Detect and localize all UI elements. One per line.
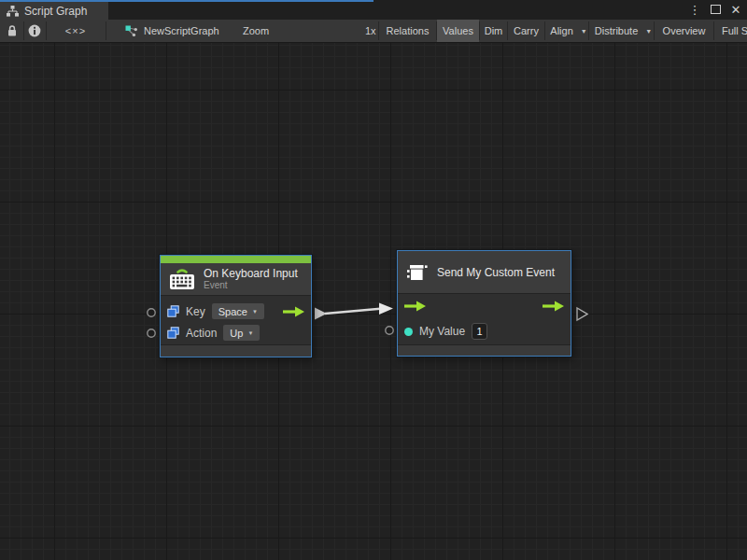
caret-down-icon: ▼ [581,28,587,35]
control-wire[interactable] [325,309,383,315]
port-row-my-value: My Value 1 [398,318,571,344]
port-label-my-value: My Value [419,325,465,338]
kebab-menu-icon[interactable]: ⋮ [687,3,702,17]
toolbar-button-overview[interactable]: Overview [655,20,713,42]
toolbar-button-distribute[interactable]: Distribute▼ [589,20,654,42]
enum-icon [167,327,179,339]
my-value-input[interactable]: 1 [472,323,487,340]
control-output-port-empty[interactable] [577,308,587,320]
caret-down-icon: ▼ [247,330,253,336]
key-dropdown[interactable]: Space ▼ [212,303,264,319]
zoom-value: 1x [365,20,376,42]
toolbar-button-align[interactable]: Align▼ [545,20,588,42]
close-icon[interactable]: ✕ [728,3,743,17]
value-port-my-value[interactable] [386,327,393,334]
node-title: On Keyboard Input [204,267,298,280]
toolbar-button-dim[interactable]: Dim [480,20,507,42]
breadcrumb-graph-name: NewScriptGraph [144,25,219,36]
port-label-key: Key [186,305,205,318]
breadcrumb[interactable]: NewScriptGraph [125,20,219,42]
info-button[interactable] [23,20,46,42]
control-flow-row [398,294,571,318]
toolbar-button-relations[interactable]: Relations [379,20,436,42]
lock-icon [7,24,18,37]
enum-icon [167,305,179,317]
port-row-key: Key Space ▼ [161,301,311,322]
zoom-label: Zoom [243,20,269,42]
node-footer [161,344,311,357]
custom-event-icon [405,261,430,284]
node-body: Key Space ▼ Action Up [161,296,311,344]
lock-button[interactable] [0,20,23,42]
tab-label: Script Graph [24,5,87,18]
control-output-port-connected[interactable] [315,308,327,320]
node-on-keyboard-input[interactable]: On Keyboard Input Event Key Space ▼ [160,255,312,357]
code-toggle-icon: <×> [65,25,86,36]
wire-arrowhead-icon [379,303,393,315]
control-flow-arrow-icon [543,301,564,312]
connections-overlay [0,43,747,560]
toolbar-button-carry[interactable]: Carry [508,20,544,42]
node-title: Send My Custom Event [437,266,555,279]
port-row-action: Action Up ▼ [161,322,311,343]
toolbar-button-fullscreen[interactable]: Full Screen [714,20,747,42]
caret-down-icon: ▼ [645,28,652,35]
control-flow-arrow-icon [283,306,304,317]
hierarchy-icon [7,6,19,17]
graph-asset-icon [125,25,138,37]
node-body: My Value 1 [398,294,571,344]
node-header: Send My Custom Event [398,251,571,294]
event-accent-bar [161,256,311,263]
node-header: On Keyboard Input Event [161,263,311,296]
keyboard-input-icon [168,267,196,291]
graph-canvas[interactable]: On Keyboard Input Event Key Space ▼ [0,43,747,560]
tab-strip: Script Graph ⋮ ✕ [0,0,747,20]
value-type-dot-icon [404,328,413,336]
toolbar-button-values[interactable]: Values [437,20,479,42]
window-controls: ⋮ ✕ [687,0,743,20]
info-icon [28,24,41,37]
caret-down-icon: ▼ [252,309,258,315]
value-port-key[interactable] [148,309,155,316]
action-dropdown[interactable]: Up ▼ [223,325,260,341]
control-flow-arrow-icon [404,301,426,312]
tab-script-graph[interactable]: Script Graph [0,2,108,20]
port-label-action: Action [186,327,217,340]
node-subtitle: Event [204,280,298,291]
value-port-action[interactable] [148,329,155,337]
node-footer [398,344,571,356]
code-toggle-button[interactable]: <×> [46,20,106,42]
node-send-my-custom-event[interactable]: Send My Custom Event My Value 1 [397,250,571,357]
graph-toolbar: <×> NewScriptGraph Zoom 1x Relations Val… [0,20,747,43]
maximize-icon[interactable] [708,3,723,17]
